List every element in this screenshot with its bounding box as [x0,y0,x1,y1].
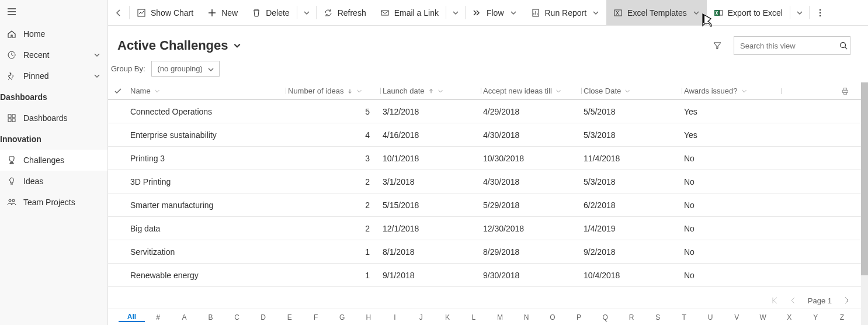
alpha-#[interactable]: # [145,313,171,321]
col-header-number[interactable]: Number of ideas [286,87,380,95]
chevron-down-icon [233,42,241,50]
new-label: New [221,8,238,18]
sidebar-item-pinned[interactable]: Pinned [0,65,107,87]
alpha-r[interactable]: R [619,313,645,321]
alpha-z[interactable]: Z [829,313,855,321]
filter-button[interactable] [706,37,729,54]
flow-button[interactable]: Flow [466,0,524,25]
cell-launch: 8/1/2018 [380,247,481,257]
delete-dropdown[interactable] [297,0,316,25]
cell-launch: 5/15/2018 [380,200,481,210]
col-header-accept[interactable]: Accept new ideas till [481,87,581,95]
alpha-o[interactable]: O [540,313,566,321]
refresh-button[interactable]: Refresh [317,0,373,25]
view-title: Active Challenges [117,38,228,53]
new-button[interactable]: New [200,0,245,25]
alpha-v[interactable]: V [724,313,750,321]
sidebar-section-dashboards: Dashboards [0,87,107,108]
pager-next[interactable] [842,296,850,305]
search-box[interactable] [734,36,850,55]
table-row[interactable]: Connected Operations53/12/20184/29/20185… [108,100,861,123]
export-excel-button[interactable]: Export to Excel [707,0,790,25]
cell-launch: 4/16/2018 [380,130,481,140]
sidebar-item-challenges[interactable]: Challenges [0,150,107,171]
run-report-button[interactable]: Run Report [524,0,607,25]
show-chart-button[interactable]: Show Chart [130,0,200,25]
alpha-x[interactable]: X [776,313,803,321]
cell-name: Connected Operations [128,107,286,116]
view-selector[interactable]: Active Challenges [117,38,241,53]
sidebar-section-innovation: Innovation [0,129,107,150]
alpha-e[interactable]: E [276,313,303,321]
cell-num: 2 [286,200,380,210]
alpha-j[interactable]: J [408,313,434,321]
alpha-d[interactable]: D [250,313,276,321]
chevron-down-icon [207,66,214,73]
table-row[interactable]: 3D Printing23/1/20184/30/20185/3/2018No [108,170,861,193]
alpha-k[interactable]: K [434,313,460,321]
email-dropdown[interactable] [446,0,465,25]
sidebar-item-home[interactable]: Home [0,23,107,44]
search-input[interactable] [739,41,839,51]
overflow-button[interactable] [810,0,831,25]
cell-close: 5/5/2018 [581,107,682,116]
table-row[interactable]: Big data212/1/201812/30/20181/4/2019No [108,217,861,240]
cell-close: 11/4/2018 [581,154,682,163]
pager-first[interactable] [770,296,779,305]
svg-point-13 [820,9,821,10]
alpha-c[interactable]: C [224,313,250,321]
table-row[interactable]: Renewable energy19/1/20189/30/201810/4/2… [108,264,861,287]
cell-name: Renewable energy [128,271,286,280]
col-header-name[interactable]: Name [128,87,286,95]
alpha-i[interactable]: I [381,313,408,321]
table-row[interactable]: Printing 3310/1/201810/30/201811/4/2018N… [108,147,861,170]
delete-button[interactable]: Delete [245,0,296,25]
alpha-n[interactable]: N [513,313,539,321]
alpha-g[interactable]: G [329,313,355,321]
alpha-all[interactable]: All [119,313,145,322]
sidebar-item-ideas[interactable]: Ideas [0,171,107,192]
alpha-h[interactable]: H [355,313,381,321]
email-link-button[interactable]: Email a Link [373,0,446,25]
cell-accept: 12/30/2018 [481,224,581,233]
alpha-f[interactable]: F [303,313,329,321]
vertical-scrollbar[interactable] [861,82,868,325]
export-excel-dropdown[interactable] [790,0,809,25]
cell-launch: 10/1/2018 [380,154,481,163]
alpha-p[interactable]: P [566,313,592,321]
sidebar-item-team-projects[interactable]: Team Projects [0,192,107,213]
alpha-a[interactable]: A [171,313,197,321]
alpha-u[interactable]: U [697,313,724,321]
alpha-y[interactable]: Y [803,313,829,321]
alpha-w[interactable]: W [750,313,776,321]
col-header-launch[interactable]: Launch date [380,87,481,95]
svg-point-16 [841,43,846,48]
alpha-b[interactable]: B [197,313,224,321]
sort-desc-icon [347,88,353,94]
report-icon [531,8,540,18]
print-button[interactable] [781,87,861,95]
select-all-checkbox[interactable] [108,87,128,95]
alpha-s[interactable]: S [645,313,671,321]
table-row[interactable]: Smarter manufacturing25/15/20185/29/2018… [108,193,861,217]
chevron-down-icon [93,51,100,58]
col-header-awards[interactable]: Awards issued? [682,87,781,95]
pager-prev[interactable] [789,296,797,305]
col-header-close[interactable]: Close Date [581,87,682,95]
alpha-m[interactable]: M [487,313,513,321]
table-row[interactable]: Servitization18/1/20188/29/20189/2/2018N… [108,240,861,264]
sidebar-item-recent[interactable]: Recent [0,44,107,65]
alpha-q[interactable]: Q [592,313,619,321]
groupby-select[interactable]: (no grouping) [151,61,220,77]
hamburger-menu[interactable] [0,0,107,23]
alpha-l[interactable]: L [460,313,487,321]
back-button[interactable] [108,0,129,25]
cell-accept: 4/30/2018 [481,130,581,140]
table-row[interactable]: Enterprise sustainability44/16/20184/30/… [108,123,861,147]
col-name-label: Name [130,87,151,95]
flow-label: Flow [487,8,504,18]
svg-rect-12 [720,11,723,15]
sidebar-item-dashboards[interactable]: Dashboards [0,108,107,129]
alpha-t[interactable]: T [671,313,697,321]
excel-templates-button[interactable]: Excel Templates [606,0,707,25]
